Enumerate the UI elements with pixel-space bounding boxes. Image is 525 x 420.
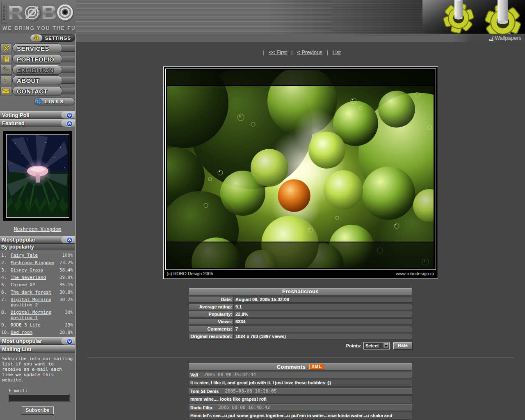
website-text: www.robodesign.ro xyxy=(396,271,434,276)
comment-text: Hmm let's see...u put some grapes togeth… xyxy=(189,412,412,420)
settings-button[interactable]: SETTINGS xyxy=(30,34,75,42)
comment-text: mmm wine.... looks like grapes! rofl xyxy=(189,395,412,403)
comment-author-row: Radu Filip 2005-08-08 16:48:42 xyxy=(189,404,412,411)
info-value-popularity: 22.8% xyxy=(234,311,412,317)
popularity-pct: 73.2% xyxy=(59,260,73,265)
chevron-up-icon[interactable] xyxy=(66,237,73,243)
rank: 6. xyxy=(1,290,11,295)
xml-feed-button[interactable]: XML xyxy=(309,364,324,370)
wallpaper-link[interactable]: Digital Morning position 2 xyxy=(11,297,59,308)
section-divider xyxy=(87,357,514,358)
wallpaper-link[interactable]: RODE 3 Lite xyxy=(11,322,65,328)
nav-pill: PORTFOLIO xyxy=(12,54,62,64)
most-unpopular-header: Most unpopular xyxy=(0,337,75,345)
popularity-pct: 29% xyxy=(65,322,73,328)
most-popular-title: Most popular xyxy=(2,237,36,243)
info-label-views: Views: xyxy=(189,318,234,325)
rank: 8. xyxy=(1,310,11,320)
links-label: LINKS xyxy=(45,99,64,104)
nav-label-services: SERVICES xyxy=(17,45,49,52)
wallpaper-link[interactable]: Mushroom Kingdom xyxy=(11,260,59,265)
sidebar-item-portfolio[interactable]: PORTFOLIO xyxy=(0,54,75,64)
previous-link[interactable]: < Previous xyxy=(297,49,322,55)
nav-label-about: ABOUT xyxy=(17,77,39,84)
logo-design-text: DESIGN xyxy=(1,2,7,24)
rank: 10. xyxy=(1,330,11,335)
popularity-pct: 35.1% xyxy=(59,282,73,288)
gears-icon xyxy=(0,65,12,75)
comment-text: It is nice, I like it, and great job wit… xyxy=(189,379,412,387)
info-label-date: Date: xyxy=(189,296,234,303)
nav-label-contact: CONTACT xyxy=(17,88,48,95)
points-select[interactable]: Select xyxy=(363,342,390,349)
featured-wallpaper-thumbnail[interactable] xyxy=(7,135,68,217)
table-row: Original resolution: 1024 x 783 (1897 vi… xyxy=(189,333,412,340)
first-link[interactable]: << First xyxy=(269,49,287,55)
nav-pill: ABOUT xyxy=(12,75,62,85)
wallpaper-image[interactable] xyxy=(167,70,434,268)
rank: 5. xyxy=(1,282,11,288)
rate-button[interactable]: Rate xyxy=(393,342,412,349)
envelope-icon xyxy=(0,86,12,96)
sidebar-item-exhibition[interactable]: EXHIBITION xyxy=(0,64,75,75)
info-value-comments: 7 xyxy=(234,326,412,332)
chevron-up-icon[interactable] xyxy=(66,121,73,127)
mailing-list-header: Mailing List xyxy=(0,345,75,353)
links-button[interactable]: LINKS xyxy=(34,98,75,105)
dropdown-arrow-icon[interactable] xyxy=(383,343,389,349)
globe-icon xyxy=(36,98,42,105)
chevron-down-icon[interactable] xyxy=(66,338,73,345)
comments-section: Comments XML Vali 2005-08-08 15:42:44 It… xyxy=(189,363,412,420)
list-link[interactable]: List xyxy=(332,49,340,55)
list-item: 4. The Neverland 39.9% xyxy=(1,275,73,280)
sidebar-item-contact[interactable]: CONTACT xyxy=(0,86,75,96)
wallpaper-link[interactable]: Disney Grass xyxy=(11,267,59,273)
gears-artwork-icon xyxy=(422,0,525,34)
popularity-pct: 58.4% xyxy=(59,267,73,273)
info-label-rating: Average rating: xyxy=(189,304,234,310)
mailing-list-description: Subscribe into our mailing list if you w… xyxy=(2,356,73,383)
wallpaper-link[interactable]: Digital Morning position 1 xyxy=(11,310,65,320)
info-label-popularity: Popularity: xyxy=(189,311,234,317)
email-field[interactable] xyxy=(9,395,69,401)
table-row: Date: August 08, 2005 15:32:08 xyxy=(189,296,412,303)
sidebar-item-about[interactable]: ? ABOUT xyxy=(0,75,75,86)
wallpaper-link[interactable]: The Neverland xyxy=(11,275,59,280)
chevron-down-icon[interactable] xyxy=(66,112,73,119)
popularity-pct: 30.8% xyxy=(59,290,73,295)
popularity-pct: 28.9% xyxy=(59,330,73,335)
list-item: 9. RODE 3 Lite 29% xyxy=(1,322,73,328)
info-label-comments: Comments: xyxy=(189,326,234,332)
comment-author-row: Vali 2005-08-08 15:42:44 xyxy=(189,371,412,378)
list-item: 8. Digital Morning position 1 30% xyxy=(1,310,73,320)
wallpaper-link[interactable]: Bed room xyxy=(11,330,59,335)
rating-row: Points: Select Rate xyxy=(189,342,412,350)
mailing-list-title: Mailing List xyxy=(2,346,32,352)
main-content: | << First | < Previous | List xyxy=(76,34,525,420)
table-row: Popularity: 22.8% xyxy=(189,311,412,317)
nav-label-exhibition: EXHIBITION xyxy=(17,66,54,73)
subscribe-button[interactable]: Subscribe xyxy=(22,406,54,414)
sidebar-item-services[interactable]: SERVICES xyxy=(0,43,75,54)
voting-poll-title: Voting Poll xyxy=(2,112,30,118)
copyright-text: (c) ROBO Design 2005 xyxy=(167,271,213,276)
list-item: 6. The dark forest 30.8% xyxy=(1,290,73,295)
info-value-date: August 08, 2005 15:32:08 xyxy=(234,296,412,303)
comments-title: Comments xyxy=(277,364,306,370)
robo-o-rings-icon xyxy=(23,4,40,21)
robo-logo[interactable]: DESIGN R B WE BRING YOU THE FUTURE xyxy=(0,0,76,34)
table-row: Comments: 7 xyxy=(189,326,412,332)
featured-caption-link[interactable]: Mushroom Kingdom xyxy=(0,226,75,232)
rank: 4. xyxy=(1,275,11,280)
info-value-rating: 9.1 xyxy=(234,304,412,310)
breadcrumb-up-link[interactable]: ../ xyxy=(489,35,493,41)
wallpaper-link[interactable]: The dark forest xyxy=(11,290,59,295)
svg-text:?: ? xyxy=(4,77,8,84)
comment-author-row: Tom St Denis 2005-08-08 16:28:05 xyxy=(189,388,412,395)
comment-author: Vali xyxy=(190,372,198,377)
by-popularity-label: By popularity xyxy=(1,244,34,250)
comments-header: Comments XML xyxy=(189,363,412,370)
settings-gear-icon xyxy=(30,34,43,42)
wallpaper-link[interactable]: Chrome XP xyxy=(11,282,59,288)
wallpaper-link[interactable]: Fairy Tale xyxy=(11,253,62,258)
